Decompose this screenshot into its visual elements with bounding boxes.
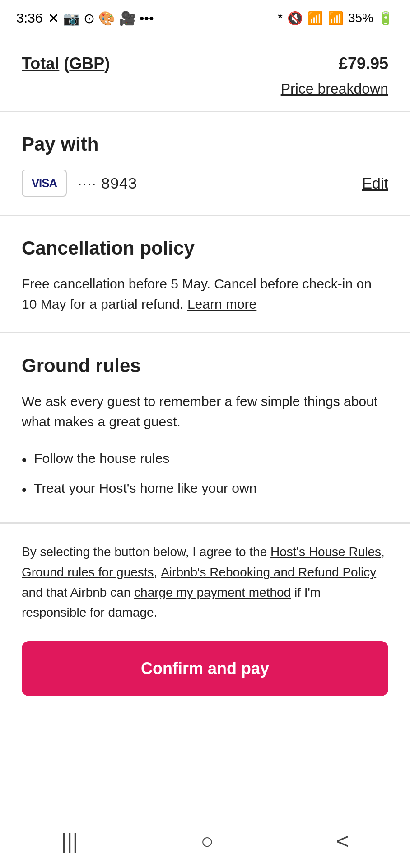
rule-item-2: • Treat your Host's home like your own <box>22 474 388 504</box>
rules-list: • Follow the house rules • Treat your Ho… <box>22 444 388 504</box>
pay-with-title: Pay with <box>22 133 388 155</box>
total-amount: £79.95 <box>339 54 388 73</box>
status-icons-left: ✕ 📷 ⊙ 🎨 🎥 ••• <box>48 10 154 26</box>
rule-item-1: • Follow the house rules <box>22 444 388 474</box>
bullet-2: • <box>22 479 27 500</box>
rebooking-refund-link[interactable]: Airbnb's Rebooking and Refund Policy <box>161 565 376 579</box>
total-section: Total (GBP) £79.95 Price breakdown <box>0 36 410 111</box>
bullet-1: • <box>22 449 27 471</box>
nav-back-icon[interactable]: < <box>336 829 349 854</box>
learn-more-link[interactable]: Learn more <box>187 297 256 311</box>
mute-icon: 🔇 <box>287 11 303 26</box>
nav-recent-apps-icon[interactable]: ||| <box>61 829 78 854</box>
cancellation-title: Cancellation policy <box>22 237 388 259</box>
agreement-text: By selecting the button below, I agree t… <box>22 542 388 623</box>
confirm-pay-button[interactable]: Confirm and pay <box>22 641 388 696</box>
total-row: Total (GBP) £79.95 <box>22 54 388 73</box>
host-house-rules-link[interactable]: Host's House Rules <box>270 545 381 559</box>
battery-text: 35% <box>348 11 373 25</box>
ground-rules-link[interactable]: Ground rules for guests <box>22 565 154 579</box>
card-number: ···· 8943 <box>78 175 137 192</box>
ground-rules-title: Ground rules <box>22 355 388 377</box>
price-breakdown-link[interactable]: Price breakdown <box>281 80 388 97</box>
ground-rules-intro: We ask every guest to remember a few sim… <box>22 391 388 432</box>
wifi-icon: 📶 <box>308 11 323 26</box>
status-time: 3:36 <box>16 10 42 26</box>
charge-payment-link[interactable]: charge my payment method <box>134 585 291 599</box>
status-indicators: * 🔇 📶 📶 35% 🔋 <box>278 11 394 26</box>
cancellation-policy-text: Free cancellation before 5 May. Cancel b… <box>22 274 388 314</box>
pay-with-section: Pay with VISA ···· 8943 Edit <box>0 112 410 215</box>
edit-payment-button[interactable]: Edit <box>362 175 388 192</box>
price-breakdown-row: Price breakdown <box>22 80 388 97</box>
nav-home-icon[interactable]: ○ <box>200 829 214 854</box>
currency-label: GBP <box>69 54 104 73</box>
visa-text: VISA <box>32 176 57 190</box>
status-bar: 3:36 ✕ 📷 ⊙ 🎨 🎥 ••• * 🔇 📶 📶 35% 🔋 <box>0 0 410 36</box>
total-label: Total (GBP) <box>22 54 110 73</box>
bluetooth-icon: * <box>278 11 283 25</box>
status-time-area: 3:36 ✕ 📷 ⊙ 🎨 🎥 ••• <box>16 10 154 26</box>
payment-left: VISA ···· 8943 <box>22 170 137 197</box>
cancellation-section: Cancellation policy Free cancellation be… <box>0 216 410 332</box>
battery-icon: 🔋 <box>378 11 394 26</box>
signal-icon: 📶 <box>328 11 344 26</box>
payment-row: VISA ···· 8943 Edit <box>22 170 388 197</box>
ground-rules-section: Ground rules We ask every guest to remem… <box>0 333 410 522</box>
agreement-section: By selecting the button below, I agree t… <box>0 523 410 714</box>
bottom-nav: ||| ○ < <box>0 814 410 868</box>
visa-card-icon: VISA <box>22 170 67 197</box>
